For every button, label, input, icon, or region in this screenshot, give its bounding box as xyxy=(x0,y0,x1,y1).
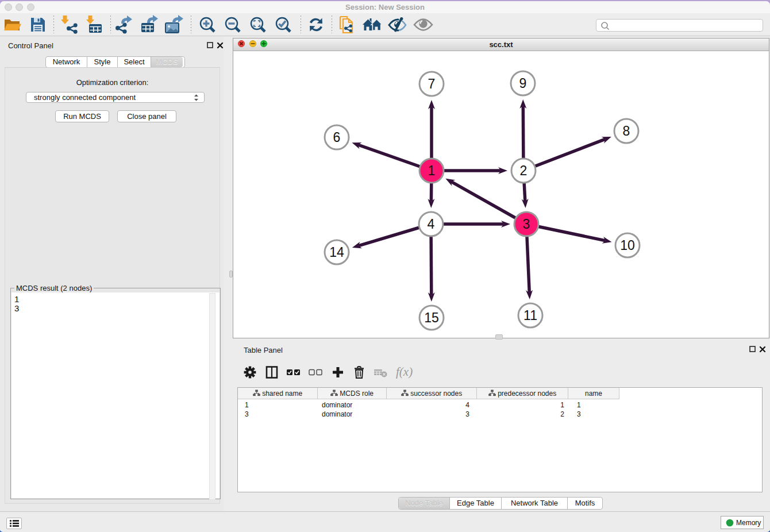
svg-text:9: 9 xyxy=(519,76,527,91)
svg-text:14: 14 xyxy=(329,245,344,260)
svg-text:15: 15 xyxy=(424,310,439,325)
svg-text:7: 7 xyxy=(428,76,436,91)
svg-text:8: 8 xyxy=(623,124,630,138)
svg-text:3: 3 xyxy=(523,217,530,232)
svg-text:2: 2 xyxy=(520,163,528,178)
svg-text:6: 6 xyxy=(333,130,341,145)
svg-text:10: 10 xyxy=(620,238,635,253)
svg-text:1: 1 xyxy=(428,163,436,178)
svg-text:4: 4 xyxy=(428,217,435,232)
svg-text:11: 11 xyxy=(523,308,537,323)
